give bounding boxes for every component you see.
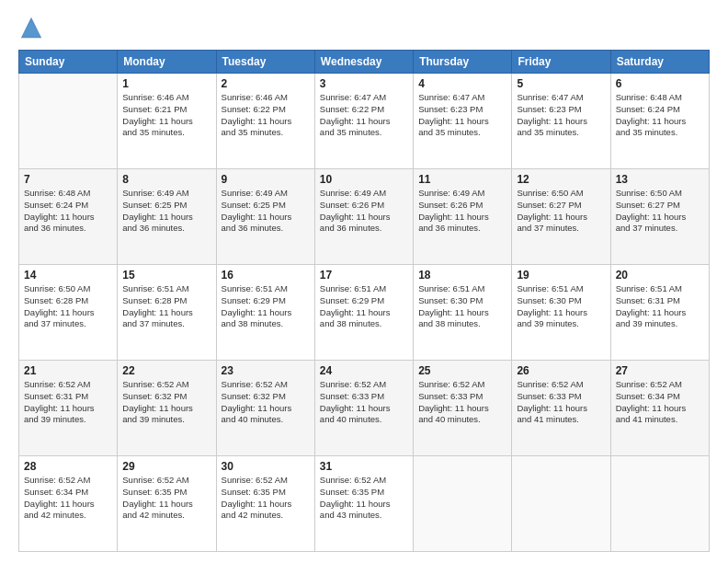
day-number: 17 bbox=[320, 269, 408, 282]
day-info: Sunrise: 6:52 AM Sunset: 6:32 PM Dayligh… bbox=[122, 379, 210, 426]
day-header-wednesday: Wednesday bbox=[314, 51, 413, 74]
day-info: Sunrise: 6:52 AM Sunset: 6:31 PM Dayligh… bbox=[24, 379, 112, 426]
day-number: 13 bbox=[616, 173, 704, 186]
day-cell: 19Sunrise: 6:51 AM Sunset: 6:30 PM Dayli… bbox=[512, 265, 610, 361]
day-number: 22 bbox=[122, 364, 210, 377]
day-info: Sunrise: 6:48 AM Sunset: 6:24 PM Dayligh… bbox=[616, 92, 704, 139]
day-number: 25 bbox=[418, 364, 506, 377]
day-number: 3 bbox=[320, 77, 408, 90]
day-header-row: SundayMondayTuesdayWednesdayThursdayFrid… bbox=[19, 51, 710, 74]
day-info: Sunrise: 6:52 AM Sunset: 6:34 PM Dayligh… bbox=[24, 475, 112, 522]
day-cell: 29Sunrise: 6:52 AM Sunset: 6:35 PM Dayli… bbox=[118, 456, 216, 552]
day-header-tuesday: Tuesday bbox=[216, 51, 314, 74]
calendar-header: SundayMondayTuesdayWednesdayThursdayFrid… bbox=[19, 51, 710, 74]
page: SundayMondayTuesdayWednesdayThursdayFrid… bbox=[0, 0, 728, 563]
day-number: 28 bbox=[24, 460, 112, 473]
day-info: Sunrise: 6:51 AM Sunset: 6:30 PM Dayligh… bbox=[418, 283, 506, 330]
day-cell: 20Sunrise: 6:51 AM Sunset: 6:31 PM Dayli… bbox=[610, 265, 709, 361]
day-cell: 28Sunrise: 6:52 AM Sunset: 6:34 PM Dayli… bbox=[19, 456, 118, 552]
day-info: Sunrise: 6:49 AM Sunset: 6:25 PM Dayligh… bbox=[122, 188, 210, 235]
day-cell: 21Sunrise: 6:52 AM Sunset: 6:31 PM Dayli… bbox=[19, 361, 118, 456]
week-row-5: 28Sunrise: 6:52 AM Sunset: 6:34 PM Dayli… bbox=[19, 456, 710, 552]
day-number: 30 bbox=[222, 460, 310, 473]
day-cell: 5Sunrise: 6:47 AM Sunset: 6:23 PM Daylig… bbox=[512, 74, 610, 169]
day-number: 11 bbox=[418, 173, 506, 186]
svg-marker-1 bbox=[22, 21, 40, 37]
day-info: Sunrise: 6:52 AM Sunset: 6:33 PM Dayligh… bbox=[320, 379, 408, 426]
day-header-saturday: Saturday bbox=[610, 51, 709, 74]
day-info: Sunrise: 6:50 AM Sunset: 6:28 PM Dayligh… bbox=[24, 283, 112, 330]
day-number: 21 bbox=[24, 364, 112, 377]
day-number: 26 bbox=[517, 364, 605, 377]
day-info: Sunrise: 6:52 AM Sunset: 6:33 PM Dayligh… bbox=[517, 379, 605, 426]
day-cell: 10Sunrise: 6:49 AM Sunset: 6:26 PM Dayli… bbox=[314, 169, 413, 265]
day-number: 18 bbox=[418, 269, 506, 282]
day-info: Sunrise: 6:50 AM Sunset: 6:27 PM Dayligh… bbox=[517, 188, 605, 235]
day-cell: 14Sunrise: 6:50 AM Sunset: 6:28 PM Dayli… bbox=[19, 265, 118, 361]
day-number: 2 bbox=[222, 77, 310, 90]
day-cell: 6Sunrise: 6:48 AM Sunset: 6:24 PM Daylig… bbox=[610, 74, 709, 169]
day-info: Sunrise: 6:46 AM Sunset: 6:21 PM Dayligh… bbox=[122, 92, 210, 139]
day-number: 10 bbox=[320, 173, 408, 186]
day-cell: 31Sunrise: 6:52 AM Sunset: 6:35 PM Dayli… bbox=[314, 456, 413, 552]
day-header-monday: Monday bbox=[118, 51, 216, 74]
header bbox=[18, 15, 710, 40]
day-info: Sunrise: 6:52 AM Sunset: 6:35 PM Dayligh… bbox=[122, 475, 210, 522]
day-number: 12 bbox=[517, 173, 605, 186]
day-number: 27 bbox=[616, 364, 704, 377]
day-number: 23 bbox=[222, 364, 310, 377]
day-number: 31 bbox=[320, 460, 408, 473]
day-number: 6 bbox=[616, 77, 704, 90]
day-header-thursday: Thursday bbox=[414, 51, 512, 74]
day-cell: 17Sunrise: 6:51 AM Sunset: 6:29 PM Dayli… bbox=[314, 265, 413, 361]
day-info: Sunrise: 6:49 AM Sunset: 6:25 PM Dayligh… bbox=[222, 188, 310, 235]
day-number: 15 bbox=[122, 269, 210, 282]
day-cell: 25Sunrise: 6:52 AM Sunset: 6:33 PM Dayli… bbox=[414, 361, 512, 456]
day-info: Sunrise: 6:52 AM Sunset: 6:33 PM Dayligh… bbox=[418, 379, 506, 426]
week-row-1: 1Sunrise: 6:46 AM Sunset: 6:21 PM Daylig… bbox=[19, 74, 710, 169]
day-cell: 11Sunrise: 6:49 AM Sunset: 6:26 PM Dayli… bbox=[414, 169, 512, 265]
day-info: Sunrise: 6:51 AM Sunset: 6:31 PM Dayligh… bbox=[616, 283, 704, 330]
day-header-friday: Friday bbox=[512, 51, 610, 74]
day-cell bbox=[610, 456, 709, 552]
logo-icon bbox=[18, 15, 44, 40]
week-row-4: 21Sunrise: 6:52 AM Sunset: 6:31 PM Dayli… bbox=[19, 361, 710, 456]
day-cell: 8Sunrise: 6:49 AM Sunset: 6:25 PM Daylig… bbox=[118, 169, 216, 265]
day-info: Sunrise: 6:47 AM Sunset: 6:23 PM Dayligh… bbox=[517, 92, 605, 139]
week-row-2: 7Sunrise: 6:48 AM Sunset: 6:24 PM Daylig… bbox=[19, 169, 710, 265]
day-info: Sunrise: 6:51 AM Sunset: 6:28 PM Dayligh… bbox=[122, 283, 210, 330]
day-cell: 27Sunrise: 6:52 AM Sunset: 6:34 PM Dayli… bbox=[610, 361, 709, 456]
calendar-table: SundayMondayTuesdayWednesdayThursdayFrid… bbox=[18, 50, 710, 552]
day-cell: 16Sunrise: 6:51 AM Sunset: 6:29 PM Dayli… bbox=[216, 265, 314, 361]
day-info: Sunrise: 6:52 AM Sunset: 6:35 PM Dayligh… bbox=[320, 475, 408, 522]
day-info: Sunrise: 6:46 AM Sunset: 6:22 PM Dayligh… bbox=[222, 92, 310, 139]
day-info: Sunrise: 6:51 AM Sunset: 6:29 PM Dayligh… bbox=[222, 283, 310, 330]
day-number: 29 bbox=[122, 460, 210, 473]
day-header-sunday: Sunday bbox=[19, 51, 118, 74]
day-number: 9 bbox=[222, 173, 310, 186]
day-info: Sunrise: 6:51 AM Sunset: 6:29 PM Dayligh… bbox=[320, 283, 408, 330]
day-cell: 1Sunrise: 6:46 AM Sunset: 6:21 PM Daylig… bbox=[118, 74, 216, 169]
day-cell: 22Sunrise: 6:52 AM Sunset: 6:32 PM Dayli… bbox=[118, 361, 216, 456]
day-info: Sunrise: 6:50 AM Sunset: 6:27 PM Dayligh… bbox=[616, 188, 704, 235]
day-number: 5 bbox=[517, 77, 605, 90]
day-number: 8 bbox=[122, 173, 210, 186]
day-cell bbox=[414, 456, 512, 552]
day-info: Sunrise: 6:49 AM Sunset: 6:26 PM Dayligh… bbox=[418, 188, 506, 235]
day-info: Sunrise: 6:52 AM Sunset: 6:32 PM Dayligh… bbox=[222, 379, 310, 426]
day-number: 1 bbox=[122, 77, 210, 90]
day-info: Sunrise: 6:52 AM Sunset: 6:34 PM Dayligh… bbox=[616, 379, 704, 426]
day-cell: 12Sunrise: 6:50 AM Sunset: 6:27 PM Dayli… bbox=[512, 169, 610, 265]
day-number: 4 bbox=[418, 77, 506, 90]
day-info: Sunrise: 6:48 AM Sunset: 6:24 PM Dayligh… bbox=[24, 188, 112, 235]
day-info: Sunrise: 6:47 AM Sunset: 6:23 PM Dayligh… bbox=[418, 92, 506, 139]
day-cell: 24Sunrise: 6:52 AM Sunset: 6:33 PM Dayli… bbox=[314, 361, 413, 456]
day-cell bbox=[19, 74, 118, 169]
day-cell: 23Sunrise: 6:52 AM Sunset: 6:32 PM Dayli… bbox=[216, 361, 314, 456]
day-cell: 7Sunrise: 6:48 AM Sunset: 6:24 PM Daylig… bbox=[19, 169, 118, 265]
day-cell: 4Sunrise: 6:47 AM Sunset: 6:23 PM Daylig… bbox=[414, 74, 512, 169]
day-cell: 9Sunrise: 6:49 AM Sunset: 6:25 PM Daylig… bbox=[216, 169, 314, 265]
day-cell: 18Sunrise: 6:51 AM Sunset: 6:30 PM Dayli… bbox=[414, 265, 512, 361]
day-info: Sunrise: 6:49 AM Sunset: 6:26 PM Dayligh… bbox=[320, 188, 408, 235]
day-cell: 3Sunrise: 6:47 AM Sunset: 6:22 PM Daylig… bbox=[314, 74, 413, 169]
